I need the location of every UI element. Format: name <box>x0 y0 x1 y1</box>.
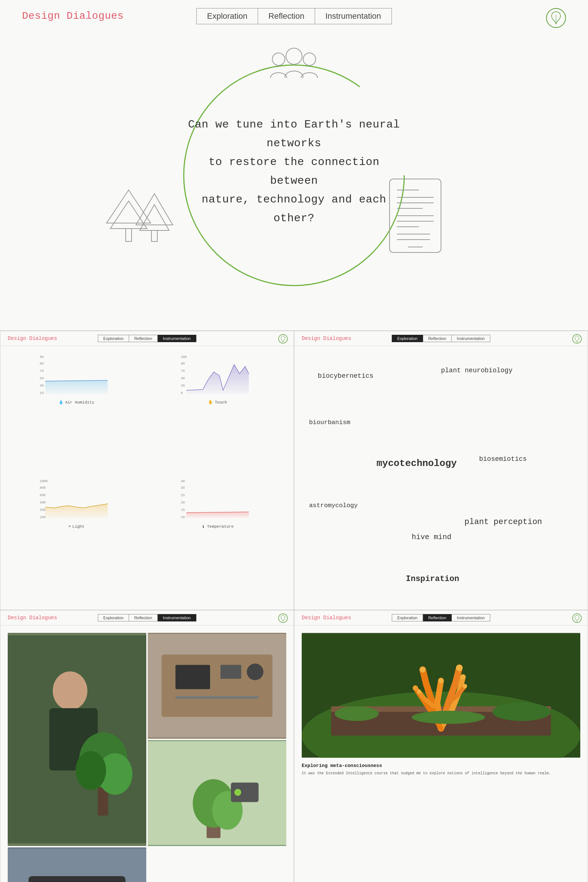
hero-nav-exploration[interactable]: Exploration <box>196 8 258 24</box>
svg-text:600: 600 <box>40 494 46 497</box>
svg-point-83 <box>456 664 463 671</box>
svg-text:50: 50 <box>40 376 44 380</box>
svg-text:10: 10 <box>181 516 185 519</box>
chart-light-svg: 1000 800 600 400 200 100 <box>8 478 145 522</box>
svg-point-90 <box>412 711 485 724</box>
article-content: Exploring meta-consciousness It was the … <box>294 626 588 882</box>
svg-point-82 <box>438 678 444 683</box>
svg-text:400: 400 <box>40 501 46 505</box>
svg-point-88 <box>335 706 379 721</box>
panel-wordcloud-nav-reflection[interactable]: Reflection <box>423 335 452 342</box>
panel-charts-nav-exploration[interactable]: Exploration <box>98 335 129 342</box>
word-biourbanism: biourbanism <box>309 419 350 426</box>
svg-rect-11 <box>152 230 157 242</box>
hero-nav-instrumentation[interactable]: Instrumentation <box>315 8 392 24</box>
chart-touch-svg: 100 90 70 40 20 0 <box>149 354 286 398</box>
panel-article-nav: Design Dialogues Exploration Reflection … <box>294 610 588 626</box>
svg-text:20: 20 <box>181 501 185 505</box>
hero-circle-area: Can we tune into Earth's neural networks… <box>0 32 588 311</box>
panel-charts-nav: Design Dialogues Exploration Reflection … <box>0 331 294 346</box>
svg-text:20: 20 <box>181 384 185 388</box>
svg-point-56 <box>76 751 106 790</box>
panel-article-nav-reflection[interactable]: Reflection <box>423 614 452 621</box>
panel-wordcloud-logo: Design Dialogues <box>302 336 351 341</box>
chart-light: 1000 800 600 400 200 100 <box>8 478 145 598</box>
word-inspiration: Inspiration <box>406 574 459 584</box>
svg-text:100: 100 <box>40 516 46 519</box>
panel-charts-nav-instrumentation[interactable]: Instrumentation <box>158 335 196 342</box>
panel-article-leaf-icon <box>572 614 582 623</box>
panels-grid: Design Dialogues Exploration Reflection … <box>0 331 588 882</box>
svg-text:15: 15 <box>181 508 185 512</box>
photo-cell-1 <box>8 633 146 846</box>
svg-rect-62 <box>175 696 258 699</box>
photos-grid <box>8 633 286 882</box>
word-plant-perception: plant perception <box>465 518 542 526</box>
panel-wordcloud-nav-links: Exploration Reflection Instrumentation <box>392 335 490 342</box>
panel-charts-nav-links: Exploration Reflection Instrumentation <box>98 335 196 342</box>
chart-temperature-label: 🌡Temperature <box>201 524 234 529</box>
svg-text:800: 800 <box>40 486 46 490</box>
panel-article-nav-instrumentation[interactable]: Instrumentation <box>452 614 490 621</box>
panel-charts-nav-reflection[interactable]: Reflection <box>129 335 158 342</box>
charts-grid: 90 80 70 50 30 10 <box>0 346 294 606</box>
panel-charts-leaf-icon <box>278 334 288 344</box>
svg-text:30: 30 <box>181 486 185 490</box>
chart-humidity-label: 💧Air Humidity <box>58 400 94 405</box>
svg-point-51 <box>53 671 87 710</box>
article-text: It was the Extended Intelligence course … <box>302 771 580 777</box>
panel-article-logo: Design Dialogues <box>302 615 351 621</box>
svg-text:30: 30 <box>40 384 44 388</box>
panel-wordcloud-nav-instrumentation[interactable]: Instrumentation <box>452 335 490 342</box>
panel-photos-nav-reflection[interactable]: Reflection <box>129 614 158 621</box>
panel-wordcloud: Design Dialogues Exploration Reflection … <box>294 331 588 610</box>
panel-photos-nav-instrumentation[interactable]: Instrumentation <box>158 614 196 621</box>
hero-nav-links: Exploration Reflection Instrumentation <box>196 8 392 24</box>
svg-text:100: 100 <box>181 356 187 359</box>
svg-text:0: 0 <box>181 392 183 395</box>
word-biosemiotics: biosemiotics <box>479 455 527 463</box>
svg-point-84 <box>460 674 466 680</box>
panel-article-nav-exploration[interactable]: Exploration <box>392 614 423 621</box>
svg-point-87 <box>463 684 467 688</box>
panel-photos: Design Dialogues Exploration Reflection … <box>0 610 294 882</box>
chart-temperature: 40 30 25 20 15 10 🌡Te <box>149 478 286 598</box>
panel-wordcloud-nav-exploration[interactable]: Exploration <box>392 335 423 342</box>
panel-charts-logo: Design Dialogues <box>8 336 57 341</box>
svg-point-81 <box>420 667 426 672</box>
svg-text:40: 40 <box>181 376 185 380</box>
photo-cell-3-svg <box>148 740 286 846</box>
svg-text:200: 200 <box>40 508 46 512</box>
hero-nav: Design Dialogues Exploration Reflection … <box>0 0 588 32</box>
svg-marker-10 <box>140 205 169 230</box>
panel-photos-nav-exploration[interactable]: Exploration <box>98 614 129 621</box>
svg-text:25: 25 <box>181 494 185 497</box>
wordcloud-area: biocybernetics plant neurobiology biourb… <box>294 346 588 606</box>
svg-text:80: 80 <box>40 362 44 366</box>
hero-nav-reflection[interactable]: Reflection <box>258 8 315 24</box>
article-image-svg <box>302 633 580 758</box>
chart-temperature-svg: 40 30 25 20 15 10 <box>149 478 286 522</box>
hero-logo: Design Dialogues <box>22 10 124 22</box>
svg-rect-8 <box>126 229 132 242</box>
svg-marker-7 <box>110 201 147 229</box>
panel-wordcloud-nav: Design Dialogues Exploration Reflection … <box>294 331 588 346</box>
article-caption: Exploring meta-consciousness It was the … <box>302 763 580 777</box>
panel-photos-leaf-icon <box>278 614 288 623</box>
svg-rect-60 <box>220 665 242 679</box>
article-image <box>302 633 580 758</box>
chart-humidity-svg: 90 80 70 50 30 10 <box>8 354 145 398</box>
svg-point-85 <box>413 686 418 690</box>
svg-point-61 <box>247 664 264 680</box>
photo-cell-4 <box>8 848 146 882</box>
panel-photos-logo: Design Dialogues <box>8 615 57 621</box>
panel-photos-nav-links: Exploration Reflection Instrumentation <box>98 614 196 621</box>
svg-text:1000: 1000 <box>40 480 48 483</box>
panel-charts: Design Dialogues Exploration Reflection … <box>0 331 294 610</box>
svg-text:70: 70 <box>40 369 44 373</box>
panel-photos-nav: Design Dialogues Exploration Reflection … <box>0 610 294 626</box>
leaf-icon <box>546 8 566 28</box>
word-hive-mind: hive mind <box>412 533 451 542</box>
svg-point-86 <box>417 689 421 694</box>
svg-text:90: 90 <box>40 356 44 359</box>
